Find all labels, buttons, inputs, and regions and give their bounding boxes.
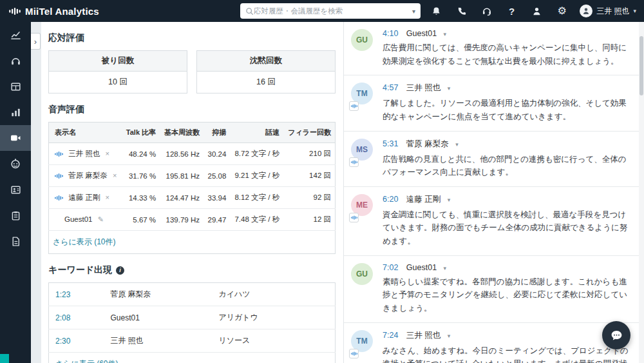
sidebar-item-call-history[interactable] xyxy=(0,48,31,74)
chevron-right-icon: › xyxy=(34,37,37,46)
keyword-timestamp-link[interactable]: 2:30 xyxy=(55,337,70,346)
silence-count-box: 沈黙回数 16 回 xyxy=(196,50,336,93)
table-row: 三井 照也 × 48.24 % 128.56 Hz 30.24 8.72 文字 … xyxy=(49,143,336,165)
utterance-text: 了解しました。リソースの最適利用と協力体制の強化、そして効果的なキャンペーンに焦… xyxy=(383,97,629,123)
avatar-wrap: ME xyxy=(351,194,377,248)
stat-value: 10 回 xyxy=(49,72,187,93)
utterance-timestamp[interactable]: 4:57 xyxy=(383,83,398,92)
keyword-timestamp-link[interactable]: 1:23 xyxy=(55,290,70,299)
response-evaluation-title: 応対評価 xyxy=(48,32,336,44)
chat-support-button[interactable] xyxy=(602,321,630,349)
keyword-timestamp-link[interactable]: 2:08 xyxy=(55,313,70,322)
transcript-entry: GU 4:10 Guest01 ▾ 広告費用に関しては、優先度の高いキャンペーン… xyxy=(344,22,639,75)
settings-button[interactable]: ⚙ xyxy=(549,0,574,22)
edit-speaker-icon[interactable]: ✎ xyxy=(98,215,104,223)
show-more-speakers-link[interactable]: さらに表示 (10件) xyxy=(53,237,116,246)
miitel-user-icon xyxy=(55,195,63,201)
remove-speaker-icon[interactable]: × xyxy=(113,172,117,179)
help-button[interactable]: ? xyxy=(499,0,524,22)
headset-icon xyxy=(482,6,492,16)
remove-speaker-icon[interactable]: × xyxy=(106,193,109,201)
speaker-name: 遠藤 正剛 xyxy=(68,193,100,201)
inflection-value: 25.08 xyxy=(204,165,230,187)
sidebar-item-contacts[interactable] xyxy=(0,177,31,202)
sidebar-item-analytics[interactable] xyxy=(0,99,31,125)
brand-title: MiiTel Analytics xyxy=(25,6,99,17)
chevron-down-icon: ▾ xyxy=(444,31,447,37)
sidebar-item-tasks[interactable] xyxy=(0,202,31,228)
utterance-timestamp[interactable]: 5:31 xyxy=(383,139,398,148)
support-button[interactable] xyxy=(474,0,499,22)
show-more-keywords-link[interactable]: さらに表示 (60件) xyxy=(55,359,118,363)
avatar-person-icon xyxy=(582,7,590,15)
speaker-dropdown[interactable]: 4:57 三井 照也 ▾ xyxy=(383,83,629,93)
table-icon xyxy=(10,81,21,92)
talk-ratio-value: 31.76 % xyxy=(122,165,160,187)
speaker-dropdown[interactable]: 5:31 菅原 麻梨奈 ▾ xyxy=(383,139,629,150)
frequency-value: 139.79 Hz xyxy=(160,209,204,231)
report-chart-icon xyxy=(10,107,21,118)
filler-value: 12 回 xyxy=(283,209,335,231)
dashboard-chart-icon xyxy=(10,30,21,41)
talk-ratio-value: 48.24 % xyxy=(122,143,160,165)
utterance-timestamp[interactable]: 7:24 xyxy=(383,331,398,340)
speaker-name: 菅原 麻梨奈 xyxy=(406,139,449,148)
table-row: 菅原 麻梨奈 × 31.76 % 195.81 Hz 25.08 9.21 文字… xyxy=(49,165,336,187)
col-speech-speed: 話速 xyxy=(230,123,283,143)
avatar-wrap: GU xyxy=(351,263,377,315)
overlap-count-box: 被り回数 10 回 xyxy=(48,50,187,93)
avatar-wrap: TM xyxy=(351,330,377,363)
speed-value: 7.48 文字 / 秒 xyxy=(230,209,283,231)
speaker-dropdown[interactable]: 7:24 三井 照也 ▾ xyxy=(383,330,629,341)
scrollbar-thumb[interactable] xyxy=(639,36,643,95)
avatar: GU xyxy=(351,29,373,51)
inflection-value: 29.47 xyxy=(204,209,230,231)
sidebar-item-table-view[interactable] xyxy=(0,74,31,99)
global-search: ▾ xyxy=(240,3,421,19)
remove-speaker-icon[interactable]: × xyxy=(106,150,109,157)
sidebar-item-dashboard[interactable] xyxy=(0,22,31,48)
bell-icon xyxy=(431,6,441,16)
user-menu-caret-icon: ▾ xyxy=(633,8,636,14)
speaker-dropdown[interactable]: 4:10 Guest01 ▾ xyxy=(383,29,629,38)
users-button[interactable] xyxy=(524,0,549,22)
speaker-dropdown[interactable]: 7:02 Guest01 ▾ xyxy=(383,263,629,272)
keyword-row: 2:08 Guest01 アリガトウ xyxy=(49,306,336,329)
utterance-timestamp[interactable]: 7:02 xyxy=(383,263,398,272)
voice-evaluation-title: 音声評価 xyxy=(48,104,336,115)
transcript-entry: ME 6:20 遠藤 正剛 ▾ 資金調達に関しても、慎重に選択肢を検討し、最適な… xyxy=(344,187,639,256)
app-window: MiiTel Analytics ▾ xyxy=(0,0,644,363)
keyword-row: 1:23 菅原 麻梨奈 カイハツ xyxy=(49,283,336,306)
chevron-down-icon: ▾ xyxy=(444,265,447,271)
search-icon xyxy=(245,7,254,15)
phone-button[interactable] xyxy=(449,0,474,22)
search-dropdown-caret-icon[interactable]: ▾ xyxy=(408,8,415,15)
transcript-scrollbar[interactable] xyxy=(639,22,644,363)
avatar-wrap: GU xyxy=(351,29,377,68)
keyword-speaker: Guest01 xyxy=(104,306,213,329)
brand-logo[interactable]: MiiTel Analytics xyxy=(0,6,108,17)
frequency-value: 124.47 Hz xyxy=(160,187,204,209)
table-row: Guest01 ✎ 5.67 % 139.79 Hz 29.47 7.48 文字… xyxy=(49,209,336,231)
sidebar-item-meetings[interactable] xyxy=(0,125,31,151)
miitel-user-icon xyxy=(55,152,63,157)
utterance-timestamp[interactable]: 6:20 xyxy=(383,195,398,204)
info-icon[interactable]: i xyxy=(116,266,124,275)
sidebar-item-voicebot[interactable] xyxy=(0,151,31,177)
phone-icon xyxy=(457,6,466,16)
headphones-icon xyxy=(10,55,21,66)
talk-ratio-value: 14.33 % xyxy=(122,187,160,209)
utterance-timestamp[interactable]: 4:10 xyxy=(383,29,398,38)
user-menu[interactable]: 三井 照也 ▾ xyxy=(574,0,644,22)
speaker-name: 三井 照也 xyxy=(406,83,440,92)
contact-card-icon xyxy=(10,184,21,195)
panel-expand-button[interactable]: › xyxy=(31,33,41,50)
notifications-button[interactable] xyxy=(424,0,449,22)
speed-value: 8.12 文字 / 秒 xyxy=(230,187,283,209)
speaker-dropdown[interactable]: 6:20 遠藤 正剛 ▾ xyxy=(383,194,629,205)
sidebar-item-documents[interactable] xyxy=(0,228,31,254)
utterance-text: みなさん、始めますね。今日のミーティングでは、プロジェクトの進捗と予算について話… xyxy=(383,344,629,363)
search-input[interactable] xyxy=(254,7,408,15)
utterance-text: 資金調達に関しても、慎重に選択肢を検討し、最適な手段を見つけていきます。財務の面… xyxy=(383,208,629,248)
miitel-member-badge-icon xyxy=(349,349,359,358)
